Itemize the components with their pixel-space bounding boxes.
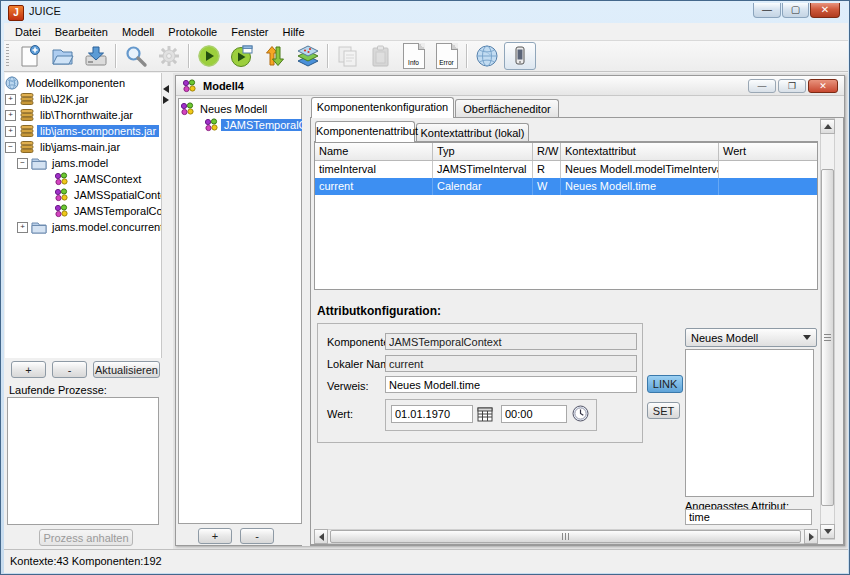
- web-button[interactable]: [470, 42, 503, 70]
- table-row[interactable]: timeIntervalJAMSTimeIntervalRNeues Model…: [315, 161, 817, 178]
- model-remove-button[interactable]: -: [240, 528, 274, 544]
- error-log-button[interactable]: Error: [430, 42, 463, 70]
- scroll-left-icon[interactable]: [314, 529, 328, 544]
- model-structure-tree: Neues ModellJAMSTemporalContext: [178, 98, 302, 524]
- info-log-button[interactable]: Info: [397, 42, 430, 70]
- custom-attribute-field[interactable]: [685, 509, 812, 525]
- component-field[interactable]: [385, 333, 637, 350]
- search-button[interactable]: [119, 42, 152, 70]
- context-dropdown[interactable]: Neues Modell: [685, 328, 817, 347]
- time-field[interactable]: [501, 405, 567, 423]
- link-button[interactable]: LINK: [647, 375, 683, 393]
- open-model-button[interactable]: [46, 42, 79, 70]
- gis-layers-button[interactable]: [291, 42, 324, 70]
- model-split-divider[interactable]: [302, 96, 310, 546]
- toolbar-drag-handle[interactable]: [6, 44, 9, 68]
- model-window-restore-button[interactable]: ❐: [778, 79, 806, 93]
- tree-item-label: lib\jams-components.jar: [37, 125, 159, 137]
- table-cell: Neues Modell.modelTimeIntervall: [561, 161, 719, 178]
- lib-tree-item-jamstemporalcontext[interactable]: JAMSTemporalContext: [5, 203, 161, 219]
- tree-minus-icon[interactable]: −: [5, 142, 16, 153]
- status-bar: Kontexte:43 Komponenten:192: [4, 549, 848, 573]
- model-window-titlebar[interactable]: Modell4: [176, 76, 844, 96]
- model-transfer-button[interactable]: [258, 42, 291, 70]
- lib-tree-item-lib-j2k-jar[interactable]: +lib\J2K.jar: [5, 91, 161, 107]
- new-model-button[interactable]: [13, 42, 46, 70]
- close-button[interactable]: ✕: [810, 3, 840, 18]
- set-button[interactable]: SET: [647, 402, 680, 419]
- tree-plus-icon[interactable]: +: [5, 110, 16, 121]
- model-window-minimize-button[interactable]: —: [748, 79, 776, 93]
- lib-tree-item-lib-jams-main-jar[interactable]: −lib\jams-main.jar: [5, 139, 161, 155]
- column-header-r-w[interactable]: R/W: [533, 143, 561, 160]
- menu-protokolle[interactable]: Protokolle: [161, 24, 224, 40]
- save-model-button[interactable]: [79, 42, 112, 70]
- maximize-button[interactable]: ▢: [782, 3, 809, 18]
- model-tree-item-jamstemporalcontext[interactable]: JAMSTemporalContext: [179, 117, 301, 133]
- model-transfer-icon: [263, 44, 287, 68]
- minimize-button[interactable]: —: [753, 3, 781, 18]
- model-add-button[interactable]: +: [198, 528, 232, 544]
- lib-tree-item-lib-jams-components-jar[interactable]: +lib\jams-components.jar: [5, 123, 161, 139]
- tree-plus-icon[interactable]: +: [5, 94, 16, 105]
- tree-plus-icon[interactable]: +: [17, 222, 28, 233]
- model-window-close-button[interactable]: ✕: [808, 79, 838, 93]
- reference-field[interactable]: [385, 376, 637, 393]
- scroll-down-icon[interactable]: [820, 524, 835, 539]
- horizontal-scrollbar-thumb[interactable]: [330, 530, 801, 543]
- mobile-button[interactable]: [503, 42, 536, 70]
- component-icon: [53, 188, 69, 202]
- menu-bearbeiten[interactable]: Bearbeiten: [48, 24, 115, 40]
- tab-kontextattribut[interactable]: Kontextattribut (lokal): [416, 123, 529, 142]
- column-header-wert[interactable]: Wert: [719, 143, 817, 160]
- scroll-right-icon[interactable]: [804, 529, 818, 544]
- refresh-button[interactable]: Aktualisieren: [93, 361, 160, 378]
- menu-fenster[interactable]: Fenster: [224, 24, 275, 40]
- clock-picker-icon[interactable]: [572, 405, 589, 422]
- table-row[interactable]: currentCalendarWNeues Modell.time: [315, 178, 817, 195]
- divider-collapse-icon[interactable]: [163, 85, 171, 107]
- tree-item-label: JAMSContext: [71, 173, 144, 185]
- toolbar-separator: [466, 44, 467, 68]
- table-cell: [719, 161, 817, 178]
- folder-icon: [31, 156, 47, 170]
- tab-oberflaecheneditor[interactable]: Oberflächeneditor: [455, 99, 559, 118]
- tab-komponentenattribut[interactable]: Komponentenattribut: [315, 121, 415, 142]
- lib-tree-item-modellkomponenten[interactable]: Modellkomponenten: [5, 75, 161, 91]
- tree-plus-icon[interactable]: +: [5, 126, 16, 137]
- column-header-typ[interactable]: Typ: [433, 143, 533, 160]
- column-header-name[interactable]: Name: [315, 143, 433, 160]
- scroll-up-icon[interactable]: [820, 119, 835, 134]
- menu-datei[interactable]: Datei: [8, 24, 48, 40]
- tree-item-label: lib\Thornthwaite.jar: [37, 109, 136, 121]
- component-icon: [179, 102, 195, 116]
- tree-item-label: Modellkomponenten: [23, 77, 128, 89]
- running-processes-list[interactable]: [7, 397, 159, 525]
- run-model-window-button[interactable]: [225, 42, 258, 70]
- calendar-picker-icon[interactable]: [477, 406, 493, 422]
- vertical-scrollbar-thumb[interactable]: [821, 169, 834, 506]
- context-attribute-list[interactable]: [685, 349, 814, 497]
- run-model-button[interactable]: [192, 42, 225, 70]
- component-icon: [53, 172, 69, 186]
- remove-library-button[interactable]: -: [52, 361, 87, 378]
- lib-tree-item-jamscontext[interactable]: JAMSContext: [5, 171, 161, 187]
- tab-komponentenkonfiguration[interactable]: Komponentenkonfiguration: [311, 97, 454, 118]
- add-library-button[interactable]: +: [11, 361, 46, 378]
- date-field[interactable]: [391, 405, 473, 423]
- lib-tree-item-jamsspatialcontext[interactable]: JAMSSpatialContext: [5, 187, 161, 203]
- tree-minus-icon[interactable]: −: [17, 158, 28, 169]
- gis-layers-icon: [296, 44, 320, 68]
- menu-hilfe[interactable]: Hilfe: [276, 24, 312, 40]
- split-divider[interactable]: [162, 73, 173, 549]
- toolbar-separator: [188, 44, 189, 68]
- lib-tree-item-lib-thornthwaite-jar[interactable]: +lib\Thornthwaite.jar: [5, 107, 161, 123]
- model-tree-item-neues-modell[interactable]: Neues Modell: [179, 101, 301, 117]
- stop-process-button[interactable]: Prozess anhalten: [39, 529, 133, 546]
- column-header-kontextattribut[interactable]: Kontextattribut: [561, 143, 719, 160]
- local-name-field[interactable]: [385, 355, 637, 372]
- lib-tree-item-jams-model[interactable]: −jams.model: [5, 155, 161, 171]
- paste-icon: [369, 44, 393, 68]
- lib-tree-item-jams-model-concurrent[interactable]: +jams.model.concurrent: [5, 219, 161, 235]
- menu-modell[interactable]: Modell: [115, 24, 161, 40]
